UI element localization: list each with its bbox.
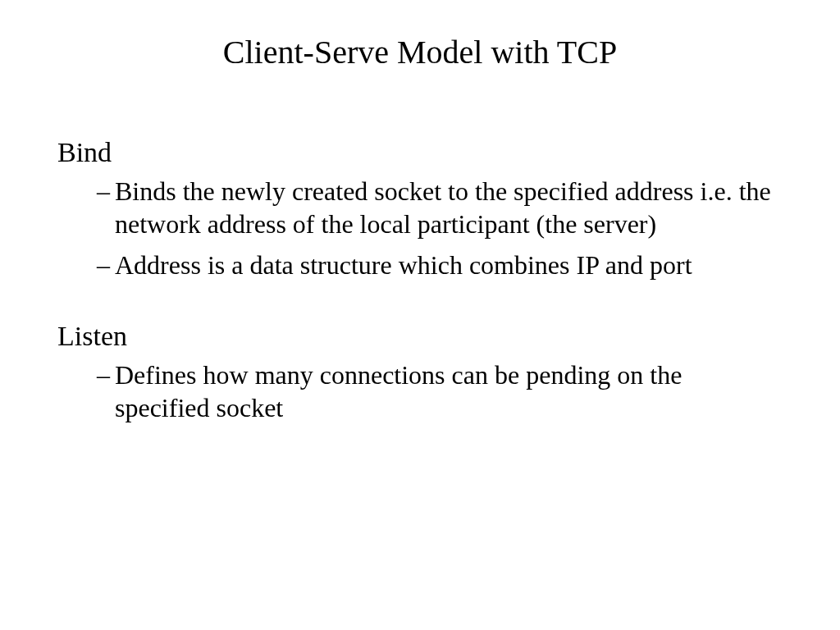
bullet-list-listen: Defines how many connections can be pend… [57,358,783,424]
list-item: Binds the newly created socket to the sp… [97,175,783,240]
section-listen: Listen Defines how many connections can … [57,321,783,424]
list-item: Address is a data structure which combin… [97,249,783,281]
list-item: Defines how many connections can be pend… [97,358,783,424]
section-heading-bind: Bind [57,137,783,168]
bullet-list-bind: Binds the newly created socket to the sp… [57,175,783,281]
section-heading-listen: Listen [57,321,783,352]
section-bind: Bind Binds the newly created socket to t… [57,137,783,281]
slide-title: Client-Serve Model with TCP [57,33,783,71]
